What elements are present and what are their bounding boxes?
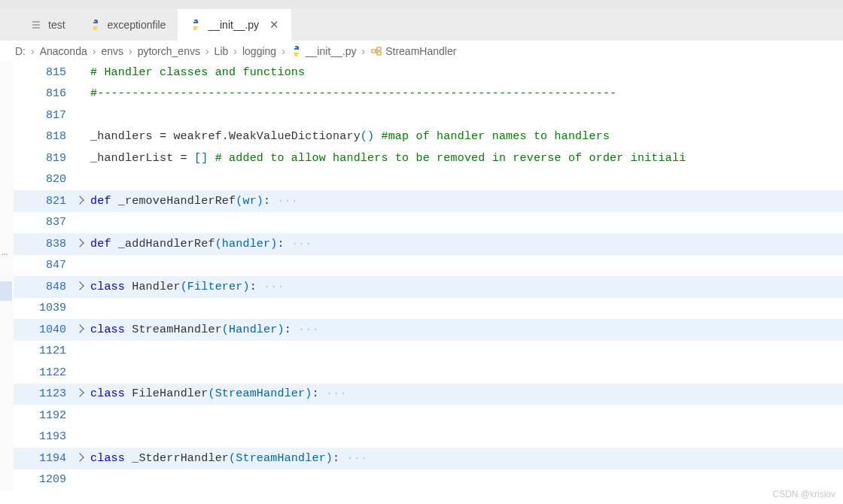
code-line: 818_handlers = weakref.WeakValueDictiona… <box>14 126 843 148</box>
fold-chevron-icon[interactable] <box>72 238 87 250</box>
code-line: 817 <box>14 105 843 126</box>
list-icon <box>30 19 42 31</box>
line-number[interactable]: 1193 <box>14 430 72 443</box>
code-content: def _addHandlerRef(handler): ··· <box>87 238 312 250</box>
line-number[interactable]: 1121 <box>14 345 72 357</box>
breadcrumb: D:› Anaconda› envs› pytorch_envs› Lib› l… <box>0 41 843 62</box>
code-content: class Handler(Filterer): ··· <box>87 281 285 293</box>
code-content: class _StderrHandler(StreamHandler): ··· <box>87 452 367 465</box>
code-content: class StreamHandler(Handler): ··· <box>87 323 319 336</box>
code-line: 1123class FileHandler(StreamHandler): ··… <box>14 384 843 405</box>
close-icon[interactable]: ✕ <box>269 18 279 32</box>
svg-rect-5 <box>377 52 381 55</box>
code-line: 1122 <box>14 362 843 384</box>
tab-bar: test exceptionfile __init__.py ✕ <box>0 9 843 41</box>
tab-label: __init__.py <box>208 19 259 31</box>
code-line: 838def _addHandlerRef(handler): ··· <box>14 233 843 255</box>
breadcrumb-file[interactable]: __init__.py <box>306 45 357 57</box>
gutter <box>0 62 14 490</box>
breadcrumb-part[interactable]: Lib <box>215 45 229 57</box>
title-bar-spacer <box>0 0 843 9</box>
code-line: 1194class _StderrHandler(StreamHandler):… <box>14 448 843 469</box>
code-content: # Handler classes and functions <box>87 66 305 79</box>
ellipsis-icon: … <box>2 246 8 258</box>
line-number[interactable]: 1040 <box>14 323 72 336</box>
code-line: 816#------------------------------------… <box>14 83 843 105</box>
code-line: 1193 <box>14 427 843 448</box>
tab-label: exceptionfile <box>108 19 166 31</box>
code-content: class FileHandler(StreamHandler): ··· <box>87 387 346 400</box>
code-content: _handlers = weakref.WeakValueDictionary(… <box>87 130 610 143</box>
line-number[interactable]: 1039 <box>14 302 72 314</box>
tab-init-py[interactable]: __init__.py ✕ <box>178 9 291 41</box>
code-line: 1209 <box>14 469 843 491</box>
line-number[interactable]: 816 <box>14 87 72 100</box>
code-line: 847 <box>14 255 843 277</box>
code-line: 815# Handler classes and functions <box>14 62 843 83</box>
code-line: 1040class StreamHandler(Handler): ··· <box>14 319 843 341</box>
tab-label: test <box>48 19 65 31</box>
code-line: 820 <box>14 169 843 191</box>
line-number[interactable]: 848 <box>14 281 72 293</box>
line-number[interactable]: 1123 <box>14 387 72 400</box>
fold-chevron-icon[interactable] <box>72 195 87 208</box>
line-number[interactable]: 1122 <box>14 366 72 379</box>
python-icon <box>291 45 303 57</box>
class-icon <box>370 45 382 57</box>
code-content: def _removeHandlerRef(wr): ··· <box>87 195 298 208</box>
code-editor[interactable]: … 815# Handler classes and functions816#… <box>0 62 843 490</box>
fold-chevron-icon[interactable] <box>72 323 87 336</box>
line-number[interactable]: 1192 <box>14 409 72 422</box>
line-number[interactable]: 820 <box>14 173 72 186</box>
line-number[interactable]: 1209 <box>14 473 72 486</box>
code-line: 837 <box>14 212 843 234</box>
code-line: 821def _removeHandlerRef(wr): ··· <box>14 190 843 212</box>
code-line: 819_handlerList = [] # added to allow ha… <box>14 147 843 169</box>
chevron-right-icon: › <box>362 45 366 57</box>
fold-chevron-icon[interactable] <box>72 387 87 400</box>
line-number[interactable]: 821 <box>14 195 72 208</box>
line-number[interactable]: 818 <box>14 130 72 143</box>
chevron-right-icon: › <box>205 45 209 57</box>
line-number[interactable]: 1194 <box>14 452 72 465</box>
line-number[interactable]: 819 <box>14 152 72 165</box>
watermark: CSDN @krislov <box>772 489 835 499</box>
chevron-right-icon: › <box>129 45 132 57</box>
python-icon <box>190 19 202 31</box>
python-icon <box>90 19 102 31</box>
breadcrumb-part[interactable]: logging <box>242 45 276 57</box>
gutter-highlight <box>0 281 12 301</box>
breadcrumb-part[interactable]: envs <box>101 45 123 57</box>
chevron-right-icon: › <box>233 45 237 57</box>
line-number[interactable]: 817 <box>14 109 72 122</box>
tab-test[interactable]: test <box>18 9 78 41</box>
code-line: 1192 <box>14 405 843 427</box>
code-content: #---------------------------------------… <box>87 87 616 100</box>
line-number[interactable]: 837 <box>14 216 72 229</box>
code-line: 848class Handler(Filterer): ··· <box>14 276 843 298</box>
code-line: 1121 <box>14 341 843 363</box>
line-number[interactable]: 815 <box>14 66 72 79</box>
tab-exceptionfile[interactable]: exceptionfile <box>78 9 178 41</box>
chevron-right-icon: › <box>31 45 35 57</box>
breadcrumb-part[interactable]: pytorch_envs <box>138 45 200 57</box>
line-number[interactable]: 847 <box>14 259 72 272</box>
code-line: 1039 <box>14 298 843 320</box>
chevron-right-icon: › <box>282 45 285 57</box>
fold-chevron-icon[interactable] <box>72 452 87 465</box>
svg-rect-3 <box>372 50 376 53</box>
svg-rect-4 <box>377 47 381 50</box>
breadcrumb-symbol[interactable]: StreamHandler <box>385 45 456 57</box>
code-content: _handlerList = [] # added to allow handl… <box>87 152 686 165</box>
line-number[interactable]: 838 <box>14 238 72 250</box>
breadcrumb-part[interactable]: Anaconda <box>40 45 87 57</box>
fold-chevron-icon[interactable] <box>72 281 87 293</box>
chevron-right-icon: › <box>93 45 96 57</box>
breadcrumb-part[interactable]: D: <box>15 45 26 57</box>
